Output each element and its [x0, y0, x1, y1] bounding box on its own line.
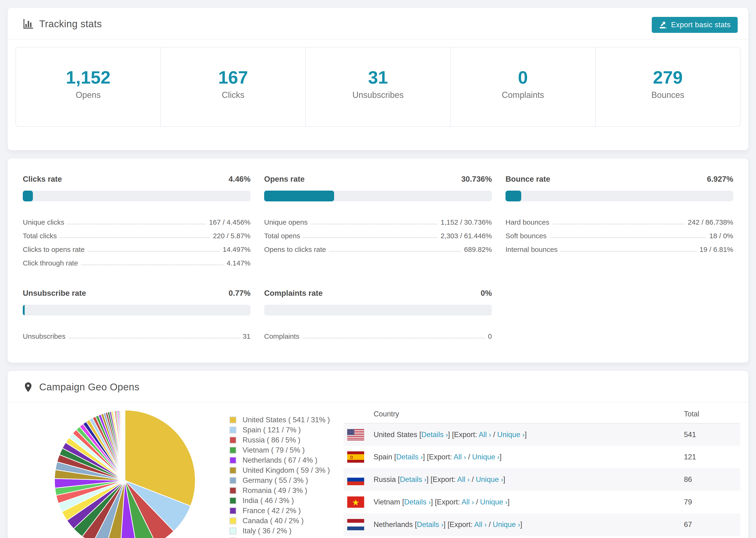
bounce-rate-row-2: Internal bounces19 / 6.81% — [506, 240, 733, 253]
stat-label: Clicks — [163, 90, 303, 100]
opens-rate-value: 30.736% — [461, 175, 492, 184]
export-unique-link-vn[interactable]: Unique › — [480, 498, 508, 506]
dotted-leader — [553, 224, 685, 224]
country-name: Russia — [374, 475, 396, 484]
stat-value: 31 — [308, 69, 448, 86]
dotted-leader — [329, 251, 460, 252]
clicks-rate-block: Clicks rate4.46%Unique clicks167 / 4.456… — [23, 175, 250, 267]
vn-flag-icon — [347, 497, 364, 508]
country-links: Russia [Details ›] [Export: All › / Uniq… — [374, 475, 505, 484]
legend-label: Romania ( 49 / 3% ) — [243, 486, 307, 495]
metric-value: 167 / 4.456% — [209, 218, 250, 226]
complaints-rate-progress-bar — [264, 305, 492, 315]
export-all-link-nl[interactable]: All › — [474, 520, 487, 529]
opens-rate-progress-bar — [264, 190, 492, 201]
details-link-vn[interactable]: Details › — [404, 498, 431, 506]
legend-item-romania: Romania ( 49 / 3% ) — [229, 485, 330, 496]
export-all-link-us[interactable]: All › — [479, 430, 491, 439]
metric-value: 0 — [488, 332, 492, 340]
legend-swatch — [229, 467, 237, 474]
details-link-nl[interactable]: Details › — [417, 520, 444, 529]
country-links: United States [Details ›] [Export: All ›… — [374, 430, 527, 439]
clicks-rate-row-2: Clicks to opens rate14.497% — [23, 240, 250, 253]
metric-value: 14.497% — [223, 245, 250, 253]
legend-label: Canada ( 40 / 2% ) — [243, 517, 303, 525]
stat-cell-complaints: 0Complaints — [450, 47, 595, 126]
es-flag-icon — [347, 452, 364, 463]
metric-value: 31 — [243, 332, 250, 340]
legend-swatch — [229, 437, 237, 444]
export-unique-link-nl[interactable]: Unique › — [493, 520, 520, 529]
complaints-rate-row-0: Complaints0 — [264, 327, 492, 340]
legend-swatch — [229, 426, 237, 434]
tracking-stats-card: Tracking stats Export basic stats 1,152O… — [7, 7, 749, 151]
legend-swatch — [229, 447, 237, 454]
geo-content: United States ( 541 / 31% )Spain ( 121 /… — [8, 403, 748, 538]
column-header-country: Country — [344, 405, 684, 423]
country-name: United States — [374, 430, 417, 439]
bounce-rate-progress-bar — [506, 190, 733, 201]
geo-table-row-united-states: United States [Details ›] [Export: All ›… — [344, 423, 740, 446]
legend-item-united-kingdom: United Kingdom ( 59 / 3% ) — [229, 465, 330, 475]
legend-item-russia: Russia ( 86 / 5% ) — [229, 435, 330, 445]
export-basic-stats-button[interactable]: Export basic stats — [652, 17, 738, 33]
metric-label: Clicks to opens rate — [23, 245, 84, 253]
legend-label: India ( 46 / 3% ) — [243, 497, 294, 505]
legend-swatch — [229, 517, 237, 524]
metric-label: Total clicks — [23, 232, 57, 240]
details-link-us[interactable]: Details › — [421, 430, 448, 439]
clicks-rate-row-0: Unique clicks167 / 4.456% — [23, 213, 250, 226]
geo-pie-svg — [52, 408, 198, 538]
geo-table-row-vietnam: Vietnam [Details ›] [Export: All › / Uni… — [344, 491, 740, 513]
legend-swatch — [229, 477, 237, 484]
stat-label: Bounces — [598, 90, 738, 100]
bounce-rate-title: Bounce rate — [506, 175, 550, 184]
legend-label: United Kingdom ( 59 / 3% ) — [243, 466, 330, 475]
unsubscribe-rate-progress-fill — [23, 305, 25, 315]
export-unique-link-ru[interactable]: Unique › — [476, 475, 503, 484]
metric-label: Click through rate — [23, 259, 78, 267]
legend-swatch — [229, 527, 237, 534]
unsubscribe-rate-block: Unsubscribe rate0.77%Unsubscribes31 — [23, 289, 250, 340]
legend-label: Spain ( 121 / 7% ) — [243, 426, 301, 434]
export-all-link-ru[interactable]: All › — [458, 475, 470, 484]
unsubscribe-rate-value: 0.77% — [229, 289, 250, 297]
metric-value: 689.82% — [464, 245, 492, 253]
metric-label: Opens to clicks rate — [264, 245, 326, 253]
bounce-rate-row-1: Soft bounces18 / 0% — [506, 226, 733, 240]
bar-chart-icon — [23, 19, 33, 29]
legend-item-germany: Germany ( 55 / 3% ) — [229, 475, 330, 485]
legend-swatch — [229, 507, 237, 514]
campaign-geo-opens-card: Campaign Geo Opens United States ( 541 /… — [7, 370, 749, 538]
details-link-es[interactable]: Details › — [396, 453, 423, 461]
legend-swatch — [229, 457, 237, 464]
metric-label: Complaints — [264, 332, 299, 340]
geo-table-row-united-kingdom: United Kingdom [Details ›] [Export: All … — [344, 536, 740, 538]
bounce-rate-value: 6.927% — [707, 175, 733, 184]
legend-label: Russia ( 86 / 5% ) — [243, 436, 300, 444]
complaints-rate-title: Complaints rate — [264, 289, 323, 297]
geo-table-row-netherlands: Netherlands [Details ›] [Export: All › /… — [344, 513, 740, 536]
opens-rate-row-1: Total opens2,303 / 61.446% — [264, 226, 492, 240]
dotted-leader — [561, 251, 696, 252]
legend-item-spain: Spain ( 121 / 7% ) — [229, 425, 330, 435]
export-all-link-es[interactable]: All › — [454, 453, 466, 461]
us-flag-icon — [347, 429, 364, 440]
geo-legend: United States ( 541 / 31% )Spain ( 121 /… — [229, 415, 330, 538]
country-links: Netherlands [Details ›] [Export: All › /… — [374, 520, 522, 529]
unsubscribe-rate-row-0: Unsubscribes31 — [23, 327, 250, 340]
dotted-leader — [81, 265, 223, 265]
export-unique-link-us[interactable]: Unique › — [497, 430, 525, 439]
dotted-leader — [68, 224, 206, 224]
details-link-ru[interactable]: Details › — [400, 475, 426, 484]
export-icon — [659, 21, 667, 29]
opens-rate-title: Opens rate — [264, 175, 304, 184]
unsubscribe-rate-title: Unsubscribe rate — [23, 289, 86, 297]
legend-item-india: India ( 46 / 3% ) — [229, 496, 330, 506]
export-all-link-vn[interactable]: All › — [461, 498, 474, 506]
legend-label: Netherlands ( 67 / 4% ) — [243, 456, 317, 464]
export-unique-link-es[interactable]: Unique › — [472, 453, 500, 461]
complaints-rate-block: Complaints rate0%Complaints0 — [264, 289, 492, 340]
dotted-leader — [303, 338, 485, 339]
stat-value: 279 — [598, 69, 738, 86]
